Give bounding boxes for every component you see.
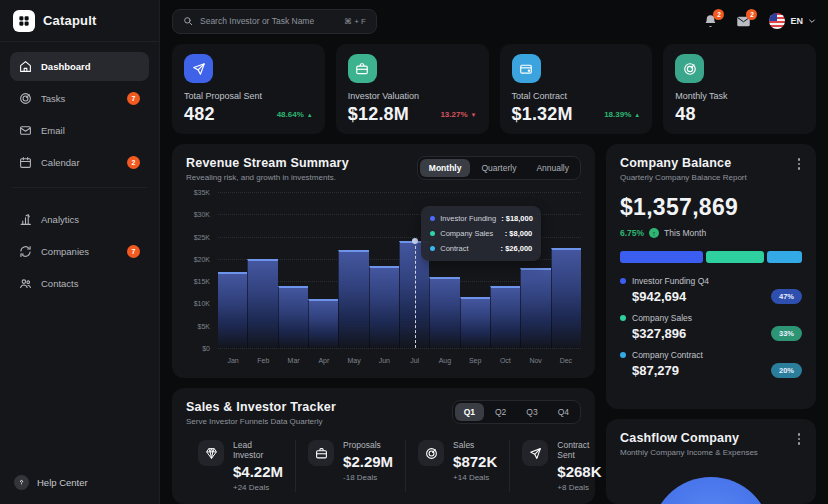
trend-arrow-icon: ▲ [634,112,640,118]
revenue-bar-feb[interactable] [247,259,277,348]
trend-arrow-icon: ▼ [471,112,477,118]
search-input[interactable] [200,16,337,26]
stat-card-monthly-task: Monthly Task 48 [663,44,816,134]
revenue-bar-nov[interactable] [520,268,550,348]
legend-value: $87,279 [632,363,679,378]
tracker-item-label: Proposals [343,440,393,450]
revenue-bar-oct[interactable] [490,286,520,348]
y-tick-label: $10K [194,300,210,307]
tab-monthly[interactable]: Monthly [420,159,471,177]
kebab-menu-icon[interactable] [796,431,803,447]
revenue-bar-aug[interactable] [429,277,459,348]
wallet-icon [512,54,541,83]
revenue-bar-mar[interactable] [278,286,308,348]
stat-delta-value: 18.39% [604,110,631,119]
tracker-item-deals: -18 Deals [343,473,393,482]
tracker-item-deals: +24 Deals [233,483,283,492]
x-tick-label: Nov [521,357,551,364]
legend-dot-icon [620,315,626,321]
cashflow-subtitle: Monthly Company Income & Expenses [620,448,758,457]
tasks-icon [19,92,32,105]
language-selector[interactable]: EN [769,13,816,29]
companies-icon [19,245,32,258]
tracker-item-contract-sent: Contract Sent $268K +8 Deals [509,440,613,492]
bell-badge: 2 [713,9,724,20]
sidebar-item-label: Companies [41,246,89,257]
send-icon [184,54,213,83]
chevron-down-icon [808,17,816,25]
tracker-subtitle: Serve Investor Funnels Data Quarterly [186,417,336,426]
tab-annually[interactable]: Annually [527,159,578,177]
stat-value: $1.32M [512,104,573,125]
trend-up-icon: ↑ [649,228,659,238]
balance-progress-bar [620,251,802,263]
help-center-link[interactable]: Help Center [10,475,149,490]
x-tick-label: Sep [460,357,490,364]
tooltip-row: Investor Funding: $18,000 [430,214,532,223]
revenue-stream-card: Revenue Stream Summary Revealing risk, a… [172,144,595,378]
sidebar-item-companies[interactable]: Companies 7 [10,237,149,266]
gridline [218,348,581,349]
tab-q1[interactable]: Q1 [455,403,484,421]
sidebar-bottom: Help Center [0,475,159,504]
x-tick-label: Jan [218,357,248,364]
legend-label: Company Sales [632,313,692,323]
sidebar-item-tasks[interactable]: Tasks 7 [10,84,149,113]
tooltip-dot-icon [430,216,435,221]
gem-icon [198,440,224,466]
balance-legend-company-sales: Company Sales $327,896 33% [620,313,802,341]
tab-q4[interactable]: Q4 [549,403,578,421]
sidebar-item-analytics[interactable]: Analytics [10,205,149,234]
progress-segment-investor-funding-q4 [620,251,703,263]
send-icon [522,440,548,466]
sidebar-item-contacts[interactable]: Contacts [10,269,149,298]
revenue-ylabels: $35K$30K$25K$20K$15K$10K$5K$0 [186,192,210,348]
tracker-items: Lead Investor $4.22M +24 Deals Proposals [186,440,581,492]
right-column: Company Balance Quarterly Company Balanc… [606,144,816,504]
revenue-bar-dec[interactable] [551,248,581,348]
sidebar-item-label: Calendar [41,157,80,168]
revenue-bar-jun[interactable] [369,266,399,348]
tracker-item-label: Contract Sent [557,440,601,460]
analytics-icon [19,213,32,226]
tab-q3[interactable]: Q3 [517,403,546,421]
tracker-item-deals: +8 Deals [557,483,601,492]
sidebar-item-email[interactable]: Email [10,116,149,145]
revenue-subtitle: Revealing risk, and growth in investment… [186,173,349,182]
legend-dot-icon [620,352,626,358]
x-tick-label: Feb [248,357,278,364]
sidebar-item-badge: 2 [127,156,140,169]
tab-quarterly[interactable]: Quarterly [472,159,525,177]
revenue-bar-apr[interactable] [308,299,338,348]
x-tick-label: Aug [430,357,460,364]
tooltip-value: : $18,000 [501,214,533,223]
calendar-icon [19,156,32,169]
revenue-bar-jan[interactable] [218,272,247,348]
legend-percent-badge: 47% [771,289,802,304]
balance-delta-caption: This Month [664,228,706,238]
sidebar-item-calendar[interactable]: Calendar 2 [10,148,149,177]
target-icon [675,54,704,83]
stat-value: 482 [184,104,215,125]
left-column: Revenue Stream Summary Revealing risk, a… [172,144,595,504]
messages-button[interactable]: 2 [736,14,751,29]
stat-card-total-proposal-sent: Total Proposal Sent 482 48.64% ▲ [172,44,325,134]
trend-arrow-icon: ▲ [307,112,313,118]
revenue-tooltip: Investor Funding: $18,000Company Sales: … [421,206,541,261]
stat-delta: 18.39% ▲ [604,110,640,119]
target-icon [418,440,444,466]
revenue-bar-sep[interactable] [460,297,490,348]
tooltip-label: Company Sales [440,229,499,238]
balance-delta: 6.75% [620,228,644,238]
stat-cards-row: Total Proposal Sent 482 48.64% ▲ Investo… [172,44,816,134]
x-tick-label: May [339,357,369,364]
us-flag-icon [769,13,785,29]
tab-q2[interactable]: Q2 [486,403,515,421]
search-bar[interactable]: ⌘ + F [172,9,377,34]
sidebar-item-dashboard[interactable]: Dashboard [10,52,149,81]
stat-delta-value: 13.27% [440,110,467,119]
notifications-bell-button[interactable]: 2 [703,14,718,29]
kebab-menu-icon[interactable] [796,156,803,172]
revenue-bar-may[interactable] [338,250,368,348]
tracker-item-deals: +14 Deals [453,473,497,482]
